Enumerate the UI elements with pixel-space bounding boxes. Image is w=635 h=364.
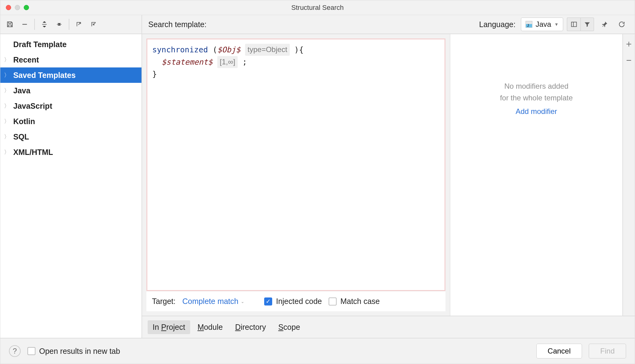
checkbox-label: Open results in new tab — [39, 347, 120, 356]
remove-template-icon[interactable] — [19, 19, 30, 30]
tree-item-javascript[interactable]: 〉 JavaScript — [0, 98, 141, 114]
scope-tab-scope[interactable]: Scope — [273, 320, 305, 334]
find-button[interactable]: Find — [589, 344, 626, 358]
checkbox-icon — [27, 347, 35, 355]
remove-icon[interactable]: − — [626, 56, 632, 65]
code-punct: ){ — [290, 45, 304, 54]
sidebar-toolbar — [0, 15, 141, 34]
code-variable: $Obj$ — [217, 45, 240, 54]
tree-item-label: SQL — [13, 132, 29, 141]
target-row: Target: Complete match ⌄ ✓ Injected code — [146, 291, 445, 311]
chevron-right-icon: 〉 — [4, 102, 13, 110]
tree-item-label: Recent — [13, 55, 39, 64]
tree-item-java[interactable]: 〉 Java — [0, 83, 141, 98]
close-window-button[interactable] — [6, 5, 11, 10]
refresh-icon[interactable] — [615, 18, 629, 31]
tree-item-kotlin[interactable]: 〉 Kotlin — [0, 114, 141, 129]
tree-item-label: XML/HTML — [13, 148, 53, 157]
center-header: Search template: Language: Java ▼ — [142, 15, 635, 34]
export-icon[interactable] — [74, 19, 84, 30]
minimize-window-button[interactable] — [15, 5, 20, 10]
java-file-icon — [526, 21, 532, 28]
target-value: Complete match — [182, 297, 238, 306]
window-title: Structural Search — [0, 4, 635, 12]
expand-all-icon[interactable] — [39, 19, 50, 30]
tree-item-label: JavaScript — [13, 102, 52, 111]
toggle-panel-icon[interactable] — [567, 18, 580, 31]
code-variable: $statement$ — [162, 58, 213, 67]
chevron-right-icon: 〉 — [4, 71, 13, 79]
checkbox-label: Injected code — [276, 297, 322, 306]
chevron-right-icon: 〉 — [4, 56, 13, 63]
import-icon[interactable] — [88, 19, 99, 30]
chevron-right-icon: 〉 — [4, 148, 13, 156]
pin-icon[interactable] — [598, 18, 611, 31]
language-label: Language: — [479, 20, 515, 29]
code-line: synchronized ($Obj$ type=Object ){ — [152, 44, 440, 56]
code-hint-badge: [1,∞] — [217, 56, 238, 68]
chevron-right-icon: 〉 — [4, 133, 13, 140]
templates-tree: 〉 Draft Template 〉 Recent 〉 Saved Templa… — [0, 34, 141, 160]
filter-icon[interactable] — [580, 18, 594, 31]
editor-row: synchronized ($Obj$ type=Object ){ $stat… — [142, 34, 635, 316]
code-line: } — [152, 68, 440, 80]
code-punct: ( — [208, 45, 217, 54]
main-content: 〉 Draft Template 〉 Recent 〉 Saved Templa… — [0, 15, 635, 338]
target-label: Target: — [152, 297, 175, 306]
chevron-down-icon: ▼ — [554, 22, 559, 27]
match-case-checkbox[interactable]: Match case — [329, 297, 380, 306]
code-hint-badge: type=Object — [245, 44, 290, 56]
tree-item-label: Saved Templates — [13, 71, 76, 80]
scope-tab-directory[interactable]: Directory — [230, 320, 271, 334]
collapse-all-icon[interactable] — [54, 19, 64, 30]
tree-item-saved-templates[interactable]: 〉 Saved Templates — [0, 67, 141, 83]
scope-tabs: In Project Module Directory Scope — [142, 316, 635, 338]
svg-rect-0 — [571, 22, 576, 27]
checkbox-icon — [329, 297, 337, 305]
titlebar: Structural Search — [0, 0, 635, 15]
dialog-footer: ? Open results in new tab Cancel Find — [0, 338, 635, 364]
editor-wrap: synchronized ($Obj$ type=Object ){ $stat… — [142, 34, 450, 316]
save-template-icon[interactable] — [5, 19, 15, 30]
window-controls — [0, 5, 29, 10]
target-dropdown[interactable]: Complete match ⌄ — [182, 297, 244, 306]
code-line: $statement$ [1,∞] ; — [152, 56, 440, 68]
language-dropdown[interactable]: Java ▼ — [521, 18, 563, 31]
chevron-right-icon: 〉 — [4, 118, 13, 125]
view-toggle-group — [567, 18, 594, 31]
language-value: Java — [535, 20, 551, 29]
code-keyword: synchronized — [152, 45, 208, 54]
maximize-window-button[interactable] — [24, 5, 29, 10]
help-button[interactable]: ? — [9, 345, 21, 357]
no-modifiers-text: No modifiers added for the whole templat… — [500, 80, 573, 104]
open-results-new-tab-checkbox[interactable]: Open results in new tab — [27, 347, 120, 356]
tree-item-sql[interactable]: 〉 SQL — [0, 129, 141, 144]
code-punct: } — [152, 70, 157, 79]
toolbar-separator — [34, 19, 35, 30]
tree-item-label: Draft Template — [13, 40, 67, 49]
structural-search-window: Structural Search — [0, 0, 635, 364]
search-template-editor[interactable]: synchronized ($Obj$ type=Object ){ $stat… — [146, 38, 445, 291]
add-modifier-link[interactable]: Add modifier — [516, 107, 557, 116]
injected-code-checkbox[interactable]: ✓ Injected code — [264, 297, 322, 306]
chevron-right-icon: 〉 — [4, 87, 13, 94]
tree-item-recent[interactable]: 〉 Recent — [0, 52, 141, 67]
checkbox-label: Match case — [340, 297, 380, 306]
modifiers-panel: No modifiers added for the whole templat… — [450, 34, 622, 316]
tree-item-label: Kotlin — [13, 117, 35, 126]
cancel-button[interactable]: Cancel — [536, 344, 582, 358]
tree-item-label: Java — [13, 86, 31, 95]
tree-item-xml-html[interactable]: 〉 XML/HTML — [0, 144, 141, 160]
search-template-label: Search template: — [148, 20, 207, 29]
tree-item-draft-template[interactable]: 〉 Draft Template — [0, 37, 141, 52]
templates-sidebar: 〉 Draft Template 〉 Recent 〉 Saved Templa… — [0, 15, 142, 338]
toolbar-separator — [69, 19, 69, 30]
add-icon[interactable]: ＋ — [624, 39, 633, 48]
side-rail: ＋ − — [622, 34, 635, 316]
chevron-down-icon: ⌄ — [241, 299, 244, 304]
scope-tab-in-project[interactable]: In Project — [148, 320, 190, 334]
scope-tab-module[interactable]: Module — [193, 320, 228, 334]
code-punct: ; — [238, 58, 247, 67]
center-panel: Search template: Language: Java ▼ — [142, 15, 635, 338]
checkbox-icon: ✓ — [264, 297, 272, 305]
